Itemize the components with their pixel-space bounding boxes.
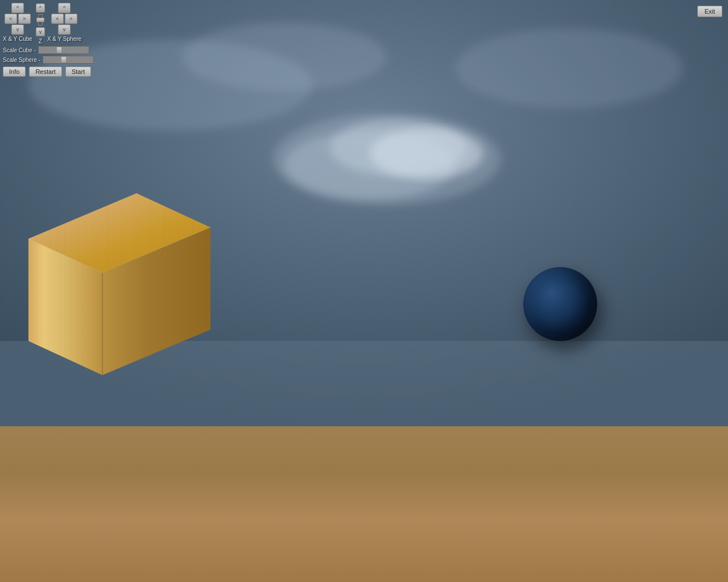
wooden-cube xyxy=(6,193,222,381)
scale-sphere-slider[interactable] xyxy=(43,56,94,64)
cube-right-btn[interactable]: > xyxy=(18,14,31,24)
z-up-btn[interactable]: ^ xyxy=(36,3,45,13)
controls-panel: ^ < > v X & Y Cube ^ v Z xyxy=(0,0,97,80)
start-button[interactable]: Start xyxy=(65,66,91,77)
scale-cube-label: Scale Cube - xyxy=(3,47,36,53)
z-label: Z xyxy=(36,38,45,44)
scale-sphere-label: Scale Sphere - xyxy=(3,57,40,63)
cube-up-btn[interactable]: ^ xyxy=(11,3,24,13)
sphere-up-btn[interactable]: ^ xyxy=(58,3,71,13)
cube-down-btn[interactable]: v xyxy=(11,24,24,35)
scale-cube-row: Scale Cube - xyxy=(3,46,94,54)
3d-scene xyxy=(0,0,728,426)
sphere-right-btn[interactable]: > xyxy=(65,14,77,24)
sphere-down-btn[interactable]: v xyxy=(58,24,71,35)
svg-point-4 xyxy=(370,128,483,179)
info-button[interactable]: Info xyxy=(3,66,26,77)
sphere-left-btn[interactable]: < xyxy=(51,14,64,24)
sphere-xy-nav: ^ < > v X & Y Sphere xyxy=(47,3,81,42)
action-buttons: Info Restart Start xyxy=(3,66,94,77)
svg-point-7 xyxy=(182,23,387,91)
z-down-btn[interactable]: v xyxy=(36,27,45,36)
scale-sphere-row: Scale Sphere - xyxy=(3,56,94,64)
restart-button[interactable]: Restart xyxy=(29,66,61,77)
scale-cube-slider[interactable] xyxy=(38,46,89,54)
cube-left-btn[interactable]: < xyxy=(5,14,17,24)
sphere-nav-label: X & Y Sphere xyxy=(47,36,81,42)
z-thumb xyxy=(36,18,44,22)
ground-plane xyxy=(0,426,728,582)
z-nav: ^ v Z xyxy=(36,3,45,44)
z-track xyxy=(38,14,43,26)
cube-xy-nav: ^ < > v X & Y Cube xyxy=(3,3,32,42)
blue-sphere xyxy=(523,267,597,341)
svg-point-6 xyxy=(455,28,682,108)
exit-button[interactable]: Exit xyxy=(697,6,722,17)
cube-nav-label: X & Y Cube xyxy=(3,36,32,42)
